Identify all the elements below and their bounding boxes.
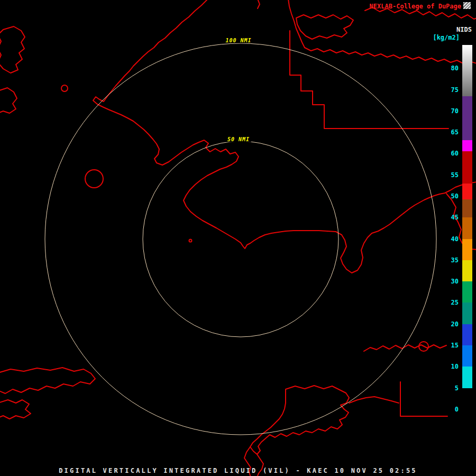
colorbar-segment bbox=[462, 388, 472, 418]
range-ring-label-100nmi: 100 NMI bbox=[224, 38, 253, 43]
coastline-northeast bbox=[305, 48, 476, 63]
coastline-main bbox=[93, 0, 476, 273]
colorbar-segment bbox=[462, 324, 472, 345]
river-north bbox=[288, 0, 305, 48]
colorbar-segment bbox=[462, 281, 472, 303]
range-ring-label-50nmi: 50 NMI bbox=[226, 136, 251, 142]
nexlab-brand-text: NEXLAB-College of DuPage bbox=[370, 3, 461, 10]
cod-logo-icon bbox=[463, 2, 471, 9]
colorbar-segment bbox=[462, 184, 472, 199]
product-code-label: NIDS bbox=[456, 26, 472, 33]
colorbar-segment bbox=[462, 239, 472, 260]
river-north-notch bbox=[258, 0, 260, 8]
units-label: [kg/m2] bbox=[433, 34, 460, 41]
island-northwest bbox=[0, 26, 25, 73]
islet-west-small bbox=[61, 85, 68, 91]
colorbar-segment bbox=[462, 217, 472, 239]
islet-west bbox=[85, 170, 103, 188]
range-ring-100nmi bbox=[45, 43, 436, 435]
colorbar-segment bbox=[462, 96, 472, 140]
colorbar bbox=[462, 45, 472, 418]
county-border-southeast bbox=[400, 382, 447, 416]
range-rings bbox=[45, 43, 436, 435]
colorbar-segment bbox=[462, 45, 472, 96]
product-caption: DIGITAL VERTICALLY INTEGRATED LIQUID (VI… bbox=[0, 467, 476, 474]
squiggle-southeast bbox=[364, 345, 446, 351]
island-southwest-1 bbox=[0, 368, 95, 393]
radar-display: 100 NMI 50 NMI NEXLAB-College of DuPage … bbox=[0, 0, 476, 476]
range-ring-50nmi bbox=[143, 141, 338, 337]
colorbar-segment bbox=[462, 345, 472, 367]
islet-center bbox=[189, 240, 192, 242]
colorbar-segment bbox=[462, 367, 472, 388]
radar-map-canvas bbox=[0, 0, 476, 476]
colorbar-segment bbox=[462, 140, 472, 152]
colorbar-segment bbox=[462, 303, 472, 324]
coastline-southeast bbox=[349, 397, 399, 403]
island-northeast bbox=[296, 15, 353, 39]
colorbar-segment bbox=[462, 199, 472, 218]
island-southwest-2 bbox=[0, 400, 31, 419]
island-west bbox=[0, 88, 17, 113]
colorbar-segment bbox=[462, 151, 472, 183]
county-border-northeast bbox=[290, 31, 448, 129]
colorbar-segment bbox=[462, 260, 472, 281]
map-outlines bbox=[0, 0, 476, 476]
delta-south bbox=[250, 386, 349, 454]
